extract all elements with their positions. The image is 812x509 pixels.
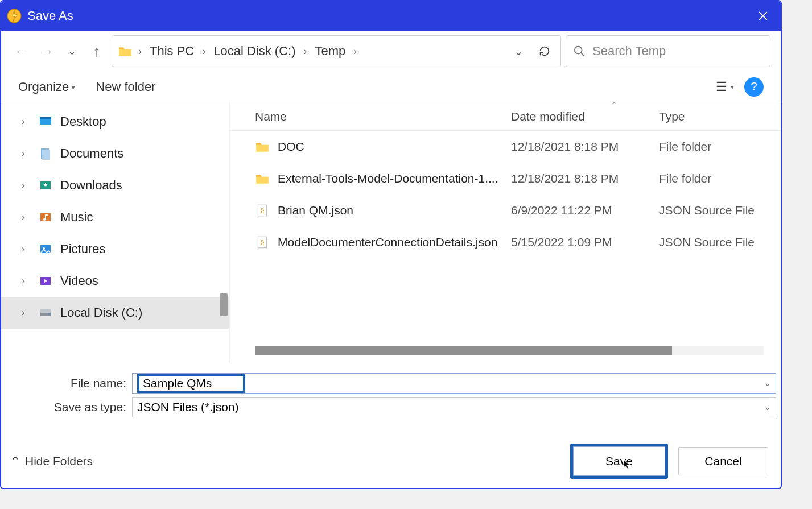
address-dropdown-button[interactable]: ⌄ (508, 41, 529, 61)
refresh-button[interactable] (534, 41, 555, 61)
svg-rect-4 (40, 117, 51, 119)
breadcrumb-local-disk[interactable]: Local Disk (C:) (211, 43, 298, 60)
sidebar-item-documents[interactable]: › Documents (1, 138, 229, 169)
save-button[interactable]: Save (570, 444, 668, 479)
sidebar-item-label: Music (60, 210, 93, 225)
chevron-right-icon: › (202, 45, 205, 57)
address-bar[interactable]: › This PC › Local Disk (C:) › Temp › ⌄ (112, 35, 561, 67)
sidebar-item-label: Local Disk (C:) (60, 305, 142, 320)
list-view-icon: ☰ (716, 80, 727, 94)
file-date: 12/18/2021 8:18 PM (511, 140, 659, 154)
pictures-icon (39, 242, 52, 256)
column-header-date[interactable]: Date modified (511, 110, 659, 123)
svg-point-15 (48, 313, 50, 314)
sidebar-item-desktop[interactable]: › Desktop (1, 106, 229, 138)
view-options-button[interactable]: ☰ ▾ (716, 80, 734, 94)
drive-icon (39, 306, 52, 320)
save-as-type-value: JSON Files (*.json) (137, 400, 239, 414)
file-row[interactable]: {} ModelDocumenterConnectionDetails.json… (230, 226, 781, 258)
filename-input[interactable]: Sample QMs (137, 374, 245, 393)
sidebar-item-videos[interactable]: › Videos (1, 265, 229, 297)
new-folder-button[interactable]: New folder (96, 80, 155, 94)
navigation-sidebar: › Desktop › Documents › Downloads › Musi… (1, 102, 229, 363)
file-name: External-Tools-Model-Documentation-1.... (278, 172, 511, 185)
save-as-type-combo[interactable]: JSON Files (*.json) ⌄ (132, 397, 776, 417)
chevron-right-icon: › (22, 276, 31, 286)
svg-rect-6 (42, 150, 50, 160)
file-type: File folder (659, 140, 781, 154)
filename-label: File name: (6, 376, 132, 390)
chevron-right-icon: › (22, 244, 31, 254)
filename-combo[interactable]: Sample QMs ⌄ (132, 373, 776, 394)
title-bar: Save As (1, 1, 781, 31)
sidebar-item-label: Desktop (60, 114, 106, 129)
breadcrumb-this-pc[interactable]: This PC (147, 43, 196, 60)
sidebar-item-label: Downloads (60, 178, 122, 193)
back-button[interactable]: ← (11, 41, 32, 61)
dialog-body: › Desktop › Documents › Downloads › Musi… (1, 102, 781, 363)
file-date: 5/15/2022 1:09 PM (511, 235, 659, 249)
toolbar: Organize ▾ New folder ☰ ▾ ? (1, 72, 781, 102)
file-row[interactable]: External-Tools-Model-Documentation-1....… (230, 163, 781, 195)
chevron-right-icon: › (304, 45, 307, 57)
folder-icon (118, 44, 133, 59)
hide-folders-label: Hide Folders (25, 454, 93, 468)
file-name: ModelDocumenterConnectionDetails.json (278, 235, 511, 249)
file-rows: DOC 12/18/2021 8:18 PM File folder Exter… (230, 131, 781, 363)
file-row[interactable]: DOC 12/18/2021 8:18 PM File folder (230, 131, 781, 163)
file-type: JSON Source File (659, 204, 781, 217)
chevron-up-icon: ⌃ (10, 454, 20, 468)
save-form: File name: Sample QMs ⌄ Save as type: JS… (1, 363, 781, 422)
chevron-right-icon: › (22, 148, 31, 159)
file-date: 12/18/2021 8:18 PM (511, 172, 659, 185)
sidebar-item-music[interactable]: › Music (1, 201, 229, 233)
chevron-right-icon: › (22, 212, 31, 222)
sidebar-item-local-disk[interactable]: › Local Disk (C:) (1, 297, 229, 329)
up-button[interactable]: ↑ (86, 41, 107, 61)
folder-icon (255, 171, 270, 186)
chevron-down-icon[interactable]: ⌄ (764, 379, 771, 388)
horizontal-scrollbar[interactable] (255, 346, 764, 355)
column-headers: Name Date modified Type (230, 102, 781, 131)
save-as-dialog: Save As ← → ⌄ ↑ › This PC › Local Disk (… (0, 0, 782, 489)
nav-row: ← → ⌄ ↑ › This PC › Local Disk (C:) › Te… (1, 31, 781, 72)
sidebar-item-label: Videos (60, 274, 98, 288)
column-header-name[interactable]: Name (255, 110, 511, 123)
json-file-icon: {} (255, 203, 270, 218)
breadcrumb-temp[interactable]: Temp (313, 43, 348, 60)
column-header-type[interactable]: Type (659, 110, 781, 123)
sidebar-item-downloads[interactable]: › Downloads (1, 169, 229, 201)
sort-indicator-icon: ⌃ (611, 101, 617, 109)
chevron-down-icon: ▾ (71, 82, 75, 92)
save-as-type-label: Save as type: (6, 400, 132, 414)
svg-text:{}: {} (261, 207, 265, 213)
videos-icon (39, 274, 52, 288)
sidebar-item-pictures[interactable]: › Pictures (1, 233, 229, 265)
recent-locations-button[interactable]: ⌄ (61, 41, 82, 61)
forward-button[interactable]: → (36, 41, 57, 61)
help-button[interactable]: ? (744, 77, 764, 97)
cancel-button[interactable]: Cancel (678, 447, 768, 475)
desktop-icon (39, 115, 52, 129)
search-input[interactable] (592, 44, 763, 59)
sidebar-scrollbar[interactable] (220, 293, 228, 316)
file-name: Brian QM.json (278, 204, 511, 217)
scrollbar-thumb[interactable] (255, 346, 672, 355)
chevron-right-icon: › (22, 180, 31, 191)
search-box[interactable] (566, 35, 770, 67)
app-icon (7, 9, 22, 23)
chevron-down-icon[interactable]: ⌄ (764, 403, 771, 412)
file-row[interactable]: {} Brian QM.json 6/9/2022 11:22 PM JSON … (230, 195, 781, 226)
folder-icon (255, 139, 270, 154)
hide-folders-button[interactable]: ⌃ Hide Folders (10, 454, 93, 468)
window-title: Save As (27, 9, 751, 23)
chevron-right-icon: › (353, 45, 357, 57)
svg-line-2 (581, 53, 584, 56)
organize-menu[interactable]: Organize ▾ (18, 80, 75, 94)
save-button-label: Save (605, 454, 633, 468)
documents-icon (39, 147, 52, 160)
file-date: 6/9/2022 11:22 PM (511, 204, 659, 217)
chevron-down-icon: ▾ (731, 83, 734, 91)
close-button[interactable] (751, 4, 775, 28)
dialog-actions: ⌃ Hide Folders Save Cancel (1, 422, 781, 488)
